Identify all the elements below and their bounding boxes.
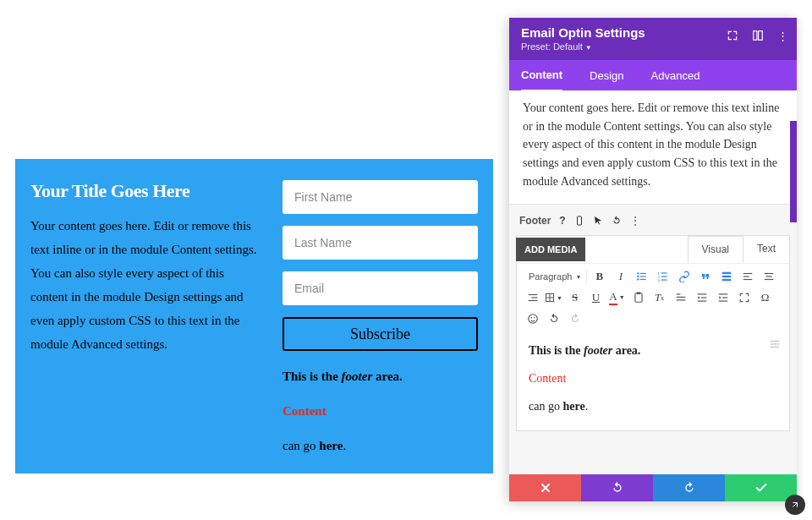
responsive-icon[interactable]	[574, 216, 584, 226]
bold-icon[interactable]: B	[590, 269, 608, 284]
rte-italic: footer	[584, 344, 612, 357]
editor-tab-visual[interactable]: Visual	[688, 236, 743, 263]
svg-point-42	[530, 318, 532, 320]
footer-lead: This is the	[283, 369, 342, 383]
formats-icon[interactable]	[672, 290, 689, 305]
svg-rect-33	[676, 297, 685, 298]
svg-rect-8	[639, 279, 645, 280]
rte-red-line: Content	[529, 369, 777, 387]
svg-rect-22	[765, 276, 771, 277]
reset-icon[interactable]	[612, 216, 622, 226]
svg-rect-31	[636, 293, 640, 294]
emoji-icon[interactable]	[524, 311, 541, 326]
panel-body: Your content goes here. Edit or remove t…	[509, 90, 797, 474]
first-name-input[interactable]	[283, 180, 478, 214]
svg-rect-2	[577, 216, 581, 225]
add-media-button[interactable]: ADD MEDIA	[516, 238, 585, 261]
align-center-icon[interactable]	[760, 269, 777, 284]
svg-point-48	[776, 343, 777, 345]
svg-text:3: 3	[657, 278, 660, 282]
last-name-input[interactable]	[283, 226, 478, 260]
table-icon[interactable]: ▼	[545, 290, 562, 305]
fullscreen-icon[interactable]	[735, 290, 753, 305]
svg-rect-16	[722, 276, 732, 277]
rte-options-icon[interactable]	[769, 338, 781, 355]
svg-rect-40	[718, 301, 727, 302]
hover-icon[interactable]	[593, 216, 603, 226]
cancel-button[interactable]	[509, 474, 581, 501]
rte-lead: This is the	[529, 344, 584, 357]
email-input[interactable]	[283, 271, 478, 305]
tab-content[interactable]: Content	[521, 60, 562, 92]
body-editor-preview[interactable]: Your content goes here. Edit or remove t…	[509, 90, 797, 205]
scrollbar-thumb[interactable]	[790, 121, 797, 222]
undo-button[interactable]	[581, 474, 653, 501]
kebab-small-icon[interactable]: ⋮	[630, 215, 640, 227]
underline-icon[interactable]: U	[587, 290, 605, 305]
svg-rect-25	[531, 298, 537, 298]
editor-tab-text[interactable]: Text	[743, 236, 789, 263]
svg-rect-24	[528, 294, 537, 295]
footer-end-bold: here	[319, 439, 343, 452]
tab-advanced[interactable]: Advanced	[651, 61, 700, 90]
snap-icon[interactable]	[752, 30, 764, 42]
caret-down-icon: ▼	[585, 44, 592, 52]
ol-icon[interactable]: 123	[654, 269, 672, 284]
rte-end-period: .	[585, 400, 589, 413]
size-icon[interactable]	[727, 30, 738, 42]
link-icon[interactable]	[675, 269, 693, 284]
svg-rect-1	[759, 31, 763, 41]
optin-title[interactable]: Your Title Goes Here	[30, 180, 261, 202]
svg-rect-0	[754, 31, 757, 41]
svg-rect-30	[634, 293, 641, 303]
footer-section-label: Footer	[519, 215, 551, 227]
align-right-icon[interactable]	[524, 290, 541, 305]
rte-body[interactable]: This is the footer area. Content can go …	[517, 331, 789, 430]
paste-icon[interactable]	[629, 290, 647, 305]
svg-rect-12	[661, 276, 667, 277]
footer-tail: area.	[372, 369, 403, 383]
editor-toolbar: Paragraph▼ B I 123 ▼ S U A▼ Tx	[517, 263, 789, 331]
caret-down-icon: ▼	[575, 274, 581, 280]
svg-rect-23	[765, 279, 774, 280]
email-optin-module[interactable]: Your Title Goes Here Your content goes h…	[15, 159, 493, 473]
caret-down-icon: ▼	[619, 294, 625, 301]
kebab-icon[interactable]: ⋮	[777, 30, 788, 42]
clear-format-icon[interactable]: Tx	[650, 290, 668, 305]
svg-rect-10	[661, 273, 667, 274]
panel-preset[interactable]: Preset: Default ▼	[521, 41, 785, 52]
svg-point-3	[637, 273, 639, 275]
svg-rect-14	[661, 280, 667, 281]
svg-point-47	[772, 341, 774, 342]
outdent-icon[interactable]	[693, 290, 710, 305]
quote-icon[interactable]	[696, 269, 714, 284]
paragraph-select[interactable]: Paragraph▼	[524, 270, 587, 283]
redo-icon[interactable]	[566, 311, 584, 326]
svg-rect-32	[676, 294, 680, 295]
textcolor-icon[interactable]: A▼	[608, 290, 626, 305]
undo-icon[interactable]	[545, 311, 562, 326]
toolbar-toggle-icon[interactable]	[717, 269, 735, 284]
optin-body-text[interactable]: Your content goes here. Edit or remove t…	[30, 214, 261, 356]
svg-point-7	[637, 279, 639, 281]
svg-rect-38	[718, 294, 727, 295]
expand-button[interactable]	[785, 495, 805, 515]
indent-icon[interactable]	[714, 290, 732, 305]
svg-rect-4	[639, 273, 645, 274]
tab-design[interactable]: Design	[590, 61, 623, 90]
strike-icon[interactable]: S	[566, 290, 584, 305]
ul-icon[interactable]	[633, 269, 650, 284]
help-icon[interactable]: ?	[559, 215, 565, 227]
redo-button[interactable]	[653, 474, 725, 501]
optin-footer[interactable]: This is the footer area. Content can go …	[283, 368, 478, 455]
footer-end-period: .	[343, 439, 346, 452]
svg-point-41	[528, 315, 537, 324]
subscribe-button[interactable]: Subscribe	[283, 317, 478, 351]
svg-point-43	[533, 318, 535, 320]
save-button[interactable]	[725, 474, 797, 501]
footer-label-row: Footer ? ⋮	[516, 205, 790, 235]
special-char-icon[interactable]: Ω	[756, 290, 774, 305]
align-left-icon[interactable]	[738, 269, 756, 284]
svg-rect-37	[697, 301, 706, 302]
italic-icon[interactable]: I	[612, 269, 629, 284]
